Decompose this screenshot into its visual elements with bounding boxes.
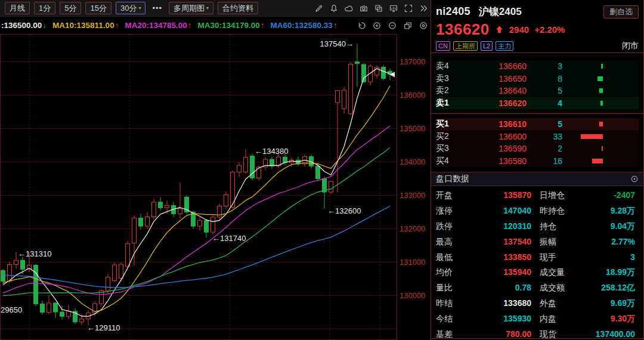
period-buttons: 月线1分5分15分30分▾•••多周期图▾合约资料 <box>5 2 258 14</box>
stat-cell: 外盘9.69万 <box>531 298 635 309</box>
stat-cell: 开盘135870 <box>436 190 531 201</box>
level-volume: 5 <box>527 119 562 129</box>
candlestick-chart[interactable]: 137540→←134380←132600←131740←13131029650… <box>0 34 431 340</box>
market-status: 闭市 <box>622 41 639 51</box>
volume-bar <box>599 88 603 93</box>
stat-value: 137540 <box>503 237 531 246</box>
price-annotation: 29650 <box>1 305 22 314</box>
volume-bar <box>600 101 603 106</box>
contract-code: ni2405 <box>436 5 470 18</box>
stat-value: 2.77% <box>611 237 635 246</box>
ma-value: MA10:135811.00↑ <box>52 21 119 30</box>
remove-watchlist-button[interactable]: 删自选 <box>603 5 639 18</box>
period-button-合约资料[interactable]: 合约资料 <box>218 2 258 14</box>
y-axis-label: 130000 <box>400 291 425 300</box>
level-volume: 16 <box>527 156 562 166</box>
y-axis-label: 133000 <box>400 191 425 200</box>
level-volume: 4 <box>527 98 562 108</box>
ask-levels: 卖41366603卖31366508卖21366405卖11366204 <box>436 60 639 109</box>
restore-layout-icon[interactable] <box>403 21 413 30</box>
stat-cell: 今结135930 <box>436 314 531 324</box>
period-button-多周期图[interactable]: 多周期图▾ <box>169 2 213 14</box>
more-panels-icon[interactable] <box>419 4 428 13</box>
stat-label: 开盘 <box>436 190 453 201</box>
tag-上期所: 上期所 <box>453 41 478 51</box>
zoom-out-icon[interactable] <box>388 21 397 30</box>
multi-chart-icon[interactable] <box>389 4 398 13</box>
stat-label: 成交额 <box>540 283 565 293</box>
stat-cell: 跌停120310 <box>436 221 531 232</box>
zoom-in-icon[interactable] <box>372 21 382 30</box>
stat-cell: 最高137540 <box>436 237 531 248</box>
stat-value: 9.69万 <box>611 298 635 309</box>
stat-label: 昨结 <box>436 298 453 309</box>
price-annotation: ←131740 <box>212 234 246 243</box>
stat-value: 135940 <box>503 267 531 277</box>
stat-cell: 日增仓-2407 <box>531 190 635 201</box>
level-price: 136610 <box>460 119 527 129</box>
level-label: 卖4 <box>436 61 460 72</box>
level-volume: 5 <box>527 86 562 95</box>
period-button-5分[interactable]: 5分 <box>60 2 81 14</box>
volume-bar <box>599 122 603 126</box>
ask-row-卖4[interactable]: 卖41366603 <box>436 60 639 73</box>
stat-cell: 均价135940 <box>436 267 531 278</box>
y-axis-label: 135000 <box>400 124 425 133</box>
stat-row: 今结135930内盘9.30万 <box>436 311 635 327</box>
volume-bar <box>601 64 603 69</box>
stat-row: 均价135940成交量18.99万 <box>436 265 635 280</box>
stat-label: 今结 <box>436 314 453 324</box>
bid-row-买3[interactable]: 买31365902 <box>436 143 639 155</box>
period-button-1分[interactable]: 1分 <box>34 2 55 14</box>
ask-row-卖1[interactable]: 卖11366204 <box>436 97 639 110</box>
level-label: 买1 <box>436 119 460 129</box>
level-volume: 2 <box>527 144 562 153</box>
stat-cell: 持仓9.04万 <box>531 221 635 232</box>
compare-icon[interactable] <box>374 4 383 13</box>
stat-label: 最高 <box>436 237 453 248</box>
stat-cell: 昨持仓9.28万 <box>531 206 635 217</box>
stat-value: 9.04万 <box>611 221 635 232</box>
chart-zoom-icons <box>357 17 428 34</box>
level-price: 136660 <box>460 61 527 71</box>
settings-icon[interactable] <box>419 21 428 30</box>
stat-cell: 成交额258.12亿 <box>531 283 635 293</box>
stat-value: 9.30万 <box>611 314 635 324</box>
period-button-30分[interactable]: 30分▾ <box>116 2 145 14</box>
stat-value: 18.99万 <box>606 267 635 278</box>
stat-value: 137400.00 <box>596 329 635 339</box>
stat-row: 量比0.78成交额258.12亿 <box>436 280 635 296</box>
stat-cell: 成交量18.99万 <box>531 267 635 278</box>
price-change: 2940 <box>509 24 529 35</box>
pankou-settings-icon[interactable] <box>630 175 639 183</box>
stat-value: 120310 <box>503 221 531 231</box>
period-button-月线[interactable]: 月线 <box>5 2 30 14</box>
bid-row-买1[interactable]: 买11366105 <box>436 118 639 131</box>
stat-row: 最高137540振幅2.77% <box>436 234 635 250</box>
stat-cell: 振幅2.77% <box>531 237 635 248</box>
undo-icon[interactable] <box>357 21 366 30</box>
stat-cell: 最低133850 <box>436 252 531 263</box>
pankou-title: 盘口数据 <box>436 174 469 184</box>
ma-value: :136500.00↓ <box>1 21 47 30</box>
fullscreen-icon[interactable] <box>404 4 413 13</box>
bid-row-买2[interactable]: 买213660033 <box>436 131 639 143</box>
screenshot-icon[interactable] <box>359 4 369 13</box>
period-button-15分[interactable]: 15分 <box>85 2 111 14</box>
stat-label: 内盘 <box>540 314 556 324</box>
stat-row: 跌停120310持仓9.04万 <box>436 219 635 234</box>
alert-icon[interactable] <box>329 4 339 13</box>
market-stats: 开盘135870日增仓-2407涨停147040昨持仓9.28万跌停120310… <box>431 186 643 340</box>
tag-L2: L2 <box>481 41 493 51</box>
y-axis-label: 136000 <box>400 91 425 100</box>
price-annotation: ←129110 <box>87 323 120 332</box>
ask-row-卖2[interactable]: 卖21366405 <box>436 85 639 97</box>
stat-value: 780.00 <box>506 329 531 339</box>
period-button-•••[interactable]: ••• <box>150 2 165 14</box>
level-label: 买3 <box>436 143 460 154</box>
draw-icon[interactable] <box>314 4 324 13</box>
cloud-upload-icon[interactable] <box>344 4 354 13</box>
ask-row-卖3[interactable]: 卖31366508 <box>436 73 639 85</box>
bid-row-买4[interactable]: 买413658016 <box>436 155 639 168</box>
stat-label: 日增仓 <box>540 190 565 201</box>
